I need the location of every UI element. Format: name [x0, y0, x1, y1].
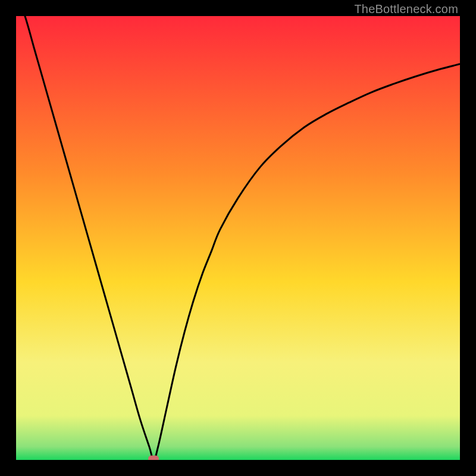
plot-area [16, 16, 460, 460]
bottleneck-curve [16, 16, 460, 460]
optimal-point-marker [148, 456, 159, 461]
watermark-text: TheBottleneck.com [354, 2, 458, 16]
